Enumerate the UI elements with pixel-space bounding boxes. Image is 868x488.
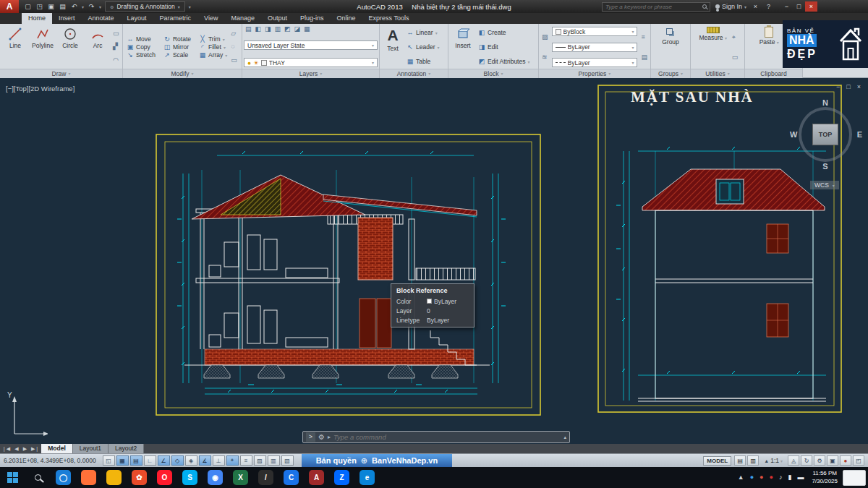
- isolate-objects-button[interactable]: ●: [840, 455, 851, 466]
- draw-extra-tools[interactable]: ▭▞◠: [112, 25, 120, 69]
- tab-view[interactable]: View: [197, 13, 224, 24]
- infer-constraints-toggle[interactable]: ◱: [103, 455, 115, 466]
- groups-panel-label[interactable]: Groups▾: [651, 69, 690, 78]
- circle-button[interactable]: Circle: [57, 25, 83, 69]
- action-center-button[interactable]: [843, 470, 866, 486]
- viewport-restore-icon[interactable]: □: [846, 83, 850, 90]
- save-icon[interactable]: ▣: [47, 2, 55, 12]
- annotation-panel-label[interactable]: Annotation▾: [380, 69, 448, 78]
- layer-tool-icon[interactable]: ▦: [304, 25, 310, 33]
- tab-plugins[interactable]: Plug-ins: [294, 13, 331, 24]
- layer-tool-icon[interactable]: ▥: [275, 25, 281, 33]
- rotate-button[interactable]: ↻Rotate: [162, 35, 195, 43]
- draw-panel-label[interactable]: Draw▾: [0, 69, 122, 78]
- measure-button[interactable]: Measure ▾: [697, 25, 730, 69]
- search-icon[interactable]: [702, 4, 707, 9]
- layer-dropdown[interactable]: ● ☀ THAY ▾: [244, 58, 378, 67]
- bluetooth-tray-icon[interactable]: ●: [750, 474, 754, 481]
- trim-button[interactable]: ╳Trim▾: [197, 35, 229, 43]
- start-button[interactable]: [0, 467, 25, 488]
- compass-west[interactable]: W: [790, 130, 797, 139]
- show-hidden-icons[interactable]: ▲: [738, 474, 744, 481]
- block-panel-label[interactable]: Block▾: [448, 69, 538, 78]
- copy-button[interactable]: ▣Copy: [125, 43, 159, 51]
- leader-button[interactable]: ↖Leader▾: [405, 43, 441, 51]
- annotation-scale-button[interactable]: ▲ 1:1 ▾: [762, 457, 785, 464]
- minimize-button[interactable]: −: [780, 1, 793, 12]
- object-snap-tracking-toggle[interactable]: ∡: [199, 455, 211, 466]
- edit-attributes-button[interactable]: ◩Edit Attributes▾: [477, 58, 531, 65]
- lineweight-dropdown[interactable]: ByLayer ▾: [552, 43, 638, 52]
- pen-tool-icon[interactable]: /: [253, 467, 278, 488]
- model-paper-toggle[interactable]: MODEL: [703, 456, 731, 466]
- zalo-icon[interactable]: Z: [329, 467, 354, 488]
- edit-block-button[interactable]: ◨Edit: [477, 43, 531, 51]
- selection-cycling-toggle[interactable]: ▧: [281, 455, 294, 466]
- ortho-mode-toggle[interactable]: ∟: [144, 455, 156, 466]
- tab-annotate[interactable]: Annotate: [82, 13, 121, 24]
- sign-in-button[interactable]: Sign In ▾: [715, 3, 746, 10]
- tab-output[interactable]: Output: [261, 13, 294, 24]
- polar-tracking-toggle[interactable]: ∠: [158, 455, 170, 466]
- fillet-button[interactable]: ◜Fillet▾: [197, 43, 229, 51]
- wcs-menu[interactable]: WCS ▾: [810, 181, 839, 189]
- transparency-toggle[interactable]: ▨: [254, 455, 266, 466]
- workspace-switching-button[interactable]: ⚙: [814, 455, 825, 466]
- tab-layout1[interactable]: Layout1: [73, 444, 109, 453]
- taskbar-clock[interactable]: 11:56 PM 7/30/2025: [807, 470, 843, 485]
- properties-tools[interactable]: ▨≋: [541, 25, 549, 69]
- antivirus-tray-icon[interactable]: ●: [760, 474, 763, 481]
- modify-extra-tools[interactable]: ▱◌▭: [230, 25, 238, 69]
- new-file-icon[interactable]: ▢: [24, 2, 32, 12]
- tab-model[interactable]: Model: [41, 444, 73, 453]
- volume-tray-icon[interactable]: ♪: [779, 474, 783, 481]
- layers-panel-label[interactable]: Layers▾: [242, 69, 379, 78]
- properties-panel-label[interactable]: Properties▾: [539, 69, 650, 78]
- last-layout-icon[interactable]: ▶❘: [29, 446, 41, 452]
- restore-button[interactable]: □: [793, 1, 805, 12]
- tab-layout[interactable]: Layout: [121, 13, 153, 24]
- object-snap-toggle[interactable]: ◇: [171, 455, 184, 466]
- mirror-button[interactable]: ◫Mirror: [162, 43, 195, 51]
- lineweight-toggle[interactable]: ≡: [240, 455, 252, 466]
- house-section-drawing[interactable]: [156, 134, 542, 416]
- close-button[interactable]: ×: [805, 1, 817, 12]
- plot-icon[interactable]: ▤: [59, 2, 67, 12]
- autocad-icon[interactable]: A: [304, 467, 329, 488]
- exchange-apps-icon[interactable]: ×: [752, 2, 760, 12]
- dynamic-input-toggle[interactable]: ⌖: [226, 455, 239, 466]
- viewport-controls-label[interactable]: [−][Top][2D Wireframe]: [6, 85, 75, 93]
- opera-icon[interactable]: O: [152, 467, 177, 488]
- model-space-canvas[interactable]: [−][Top][2D Wireframe] − □ ×: [0, 78, 868, 444]
- linetype-dropdown[interactable]: ByLayer ▾: [552, 58, 638, 67]
- layer-tool-icon[interactable]: ◧: [255, 25, 262, 33]
- network-tray-icon[interactable]: ▮: [788, 474, 791, 481]
- 3d-object-snap-toggle[interactable]: ◈: [185, 455, 197, 466]
- line-button[interactable]: Line: [2, 25, 28, 69]
- insert-block-button[interactable]: Insert: [451, 25, 475, 69]
- linear-dimension-button[interactable]: ↔Linear▾: [405, 29, 441, 36]
- move-button[interactable]: ↔Move: [125, 35, 159, 43]
- annotation-visibility-button[interactable]: ◬: [788, 455, 799, 466]
- annotation-autoscale-button[interactable]: ↻: [801, 455, 812, 466]
- undo-icon[interactable]: ↶: [70, 2, 78, 12]
- tab-manage[interactable]: Manage: [224, 13, 261, 24]
- file-explorer-icon[interactable]: [101, 467, 127, 488]
- layer-tool-icon[interactable]: ◪: [294, 25, 301, 33]
- prev-layout-icon[interactable]: ◀: [12, 446, 20, 452]
- layer-tool-icon[interactable]: ◩: [284, 25, 291, 33]
- chevron-down-icon[interactable]: ▾: [82, 4, 84, 9]
- tab-parametric[interactable]: Parametric: [153, 13, 198, 24]
- table-button[interactable]: ▦Table: [405, 58, 441, 65]
- coccoc-browser-icon[interactable]: C: [278, 467, 304, 488]
- command-history-icon[interactable]: ▴: [563, 435, 566, 440]
- create-block-button[interactable]: ◧Create: [477, 29, 531, 36]
- update-tray-icon[interactable]: ●: [770, 474, 773, 481]
- paste-button[interactable]: Paste ▾: [754, 25, 783, 69]
- clean-screen-button[interactable]: ◰: [853, 455, 864, 466]
- snap-mode-toggle[interactable]: ▦: [116, 455, 129, 466]
- quick-properties-toggle[interactable]: ▥: [268, 455, 280, 466]
- first-layout-icon[interactable]: ❘◀: [0, 446, 12, 452]
- utilities-extra-tools[interactable]: ⌖▭: [731, 25, 739, 69]
- compass-north[interactable]: N: [822, 98, 828, 107]
